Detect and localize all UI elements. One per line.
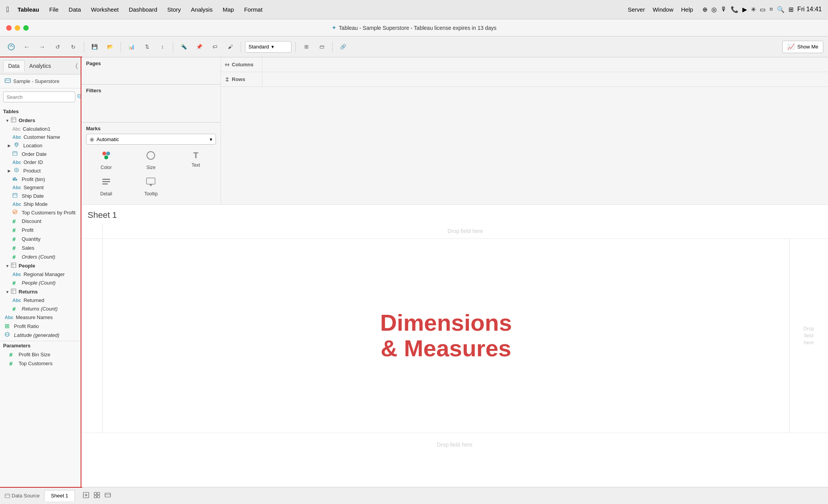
close-button[interactable] <box>6 25 12 31</box>
field-profit-bin[interactable]: Profit (bin) <box>0 175 81 183</box>
toolbar-save[interactable]: 💾 <box>88 40 101 54</box>
field-order-id[interactable]: Abc Order ID <box>0 158 81 166</box>
tab-analytics[interactable]: Analytics <box>25 60 56 71</box>
toolbar-chart-type[interactable]: 📊 <box>125 40 138 54</box>
orders-toggle[interactable]: ▾ <box>6 118 9 123</box>
marks-type-dropdown[interactable]: ◉ Automatic ▾ <box>86 134 216 145</box>
menu-dashboard[interactable]: Dashboard <box>127 5 159 14</box>
toolbar-redo[interactable]: ↻ <box>67 40 80 54</box>
field-customer-name[interactable]: Abc Customer Name <box>0 133 81 141</box>
show-me-button[interactable]: 📈 Show Me <box>782 41 823 53</box>
toolbar-sort[interactable]: ↕ <box>156 40 169 54</box>
search-input[interactable] <box>3 91 75 102</box>
mark-size[interactable]: Size <box>131 148 171 172</box>
field-profit[interactable]: # Profit <box>0 226 81 235</box>
field-icon-pbinsize: # <box>9 351 16 358</box>
new-sheet-icon[interactable] <box>83 492 90 500</box>
menu-help[interactable]: Help <box>680 5 695 14</box>
right-drop-zone[interactable]: Dropfieldhere <box>789 239 828 433</box>
canvas-center[interactable]: Dimensions& Measures <box>103 239 789 433</box>
field-quantity[interactable]: # Quantity <box>0 235 81 243</box>
field-ship-mode[interactable]: Abc Ship Mode <box>0 200 81 208</box>
field-order-date[interactable]: Order Date <box>0 150 81 158</box>
menu-window[interactable]: Window <box>651 5 675 14</box>
field-orders-count[interactable]: # Orders (Count) <box>0 252 81 261</box>
people-toggle[interactable]: ▾ <box>6 263 9 269</box>
toolbar-paint[interactable]: 🖌 <box>224 40 237 54</box>
bottom-drop-zone[interactable]: Drop field here <box>81 433 828 456</box>
sheet-tab-1[interactable]: Sheet 1 <box>44 490 75 501</box>
svg-rect-48 <box>94 492 97 495</box>
toolbar-card[interactable]: 🗃 <box>315 40 328 54</box>
menu-server[interactable]: Server <box>626 5 646 14</box>
field-calculation1[interactable]: Abc Calculation1 <box>0 125 81 133</box>
toolbar-forward[interactable]: → <box>36 40 49 54</box>
tab-data[interactable]: Data <box>3 60 25 72</box>
marks-dropdown-arrow: ▾ <box>210 136 212 142</box>
field-top-customers-param[interactable]: # Top Customers <box>0 359 81 368</box>
rows-drop-zone[interactable] <box>262 72 825 86</box>
tooltip-icon <box>145 176 156 190</box>
product-expand[interactable]: ▶ <box>8 169 11 173</box>
toolbar-open[interactable]: 📂 <box>104 40 117 54</box>
toolbar-share[interactable]: 🔗 <box>336 40 350 54</box>
mark-detail[interactable]: Detail <box>86 175 126 198</box>
returns-toggle[interactable]: ▾ <box>6 289 9 295</box>
top-drop-text[interactable]: Drop field here <box>103 223 828 238</box>
menu-file[interactable]: File <box>48 5 60 14</box>
toolbar-label[interactable]: 🏷 <box>208 40 221 54</box>
toolbar-highlight[interactable]: 🔦 <box>177 40 190 54</box>
menu-map[interactable]: Map <box>221 5 235 14</box>
field-returned[interactable]: Abc Returned <box>0 296 81 304</box>
mark-text[interactable]: T Text <box>176 148 216 172</box>
fit-dropdown[interactable]: Standard ▾ <box>245 41 292 53</box>
menu-worksheet[interactable]: Worksheet <box>90 5 120 14</box>
toolbar-undo[interactable]: ↺ <box>51 40 64 54</box>
field-returns-count[interactable]: # Returns (Count) <box>0 304 81 313</box>
toolbar-back[interactable]: ← <box>20 40 33 54</box>
field-discount[interactable]: # Discount <box>0 217 81 226</box>
location-expand[interactable]: ▶ <box>8 143 11 148</box>
search-icon[interactable]: 🔍 <box>77 94 81 100</box>
toolbar-view[interactable]: ⊞ <box>300 40 313 54</box>
toolbar-home[interactable] <box>5 40 18 54</box>
field-segment[interactable]: Abc Segment <box>0 183 81 192</box>
field-profit-bin-size[interactable]: # Profit Bin Size <box>0 350 81 359</box>
menu-story[interactable]: Story <box>166 5 183 14</box>
panel-collapse-button[interactable]: 〈 <box>76 62 78 69</box>
field-latitude[interactable]: Latitude (generated) <box>0 331 81 339</box>
field-regional-manager[interactable]: Abc Regional Manager <box>0 270 81 278</box>
menu-tableau[interactable]: Tableau <box>16 5 41 14</box>
minimize-button[interactable] <box>15 25 20 31</box>
toolbar-pin[interactable]: 📌 <box>193 40 206 54</box>
orders-table-header[interactable]: ▾ Orders <box>0 116 81 125</box>
returns-table-header[interactable]: ▾ Returns <box>0 287 81 296</box>
new-story-icon[interactable] <box>104 492 111 500</box>
field-measure-names[interactable]: Abc Measure Names <box>0 313 81 321</box>
field-product[interactable]: ▶ Product <box>0 166 81 175</box>
mark-tooltip[interactable]: Tooltip <box>131 175 171 198</box>
icon-search-menu: 🔍 <box>777 6 785 13</box>
datasource-name[interactable]: Sample - Superstore <box>13 78 59 84</box>
menu-analysis[interactable]: Analysis <box>190 5 214 14</box>
filters-content[interactable] <box>86 96 216 119</box>
field-location[interactable]: ▶ Location <box>0 141 81 150</box>
toolbar-swap[interactable]: ⇅ <box>140 40 154 54</box>
field-top-customers[interactable]: Top Customers by Profit <box>0 208 81 217</box>
apple-menu[interactable]:  <box>6 5 9 14</box>
viz-canvas[interactable]: Sheet 1 Drop field here Dimensions& Meas… <box>81 205 828 487</box>
mark-color[interactable]: Color <box>86 148 126 172</box>
field-profit-ratio[interactable]: ⊞ Profit Ratio <box>0 321 81 331</box>
window-buttons <box>6 25 29 31</box>
people-table-header[interactable]: ▾ People <box>0 261 81 270</box>
menu-data[interactable]: Data <box>67 5 83 14</box>
field-ship-date[interactable]: Ship Date <box>0 192 81 200</box>
maximize-button[interactable] <box>23 25 29 31</box>
field-sales[interactable]: # Sales <box>0 243 81 252</box>
menu-format[interactable]: Format <box>243 5 264 14</box>
columns-drop-zone[interactable] <box>262 57 825 72</box>
pages-content[interactable] <box>86 69 216 81</box>
field-people-count[interactable]: # People (Count) <box>0 278 81 287</box>
datasource-tab[interactable]: Data Source <box>5 493 40 499</box>
new-dashboard-icon[interactable] <box>93 492 100 500</box>
